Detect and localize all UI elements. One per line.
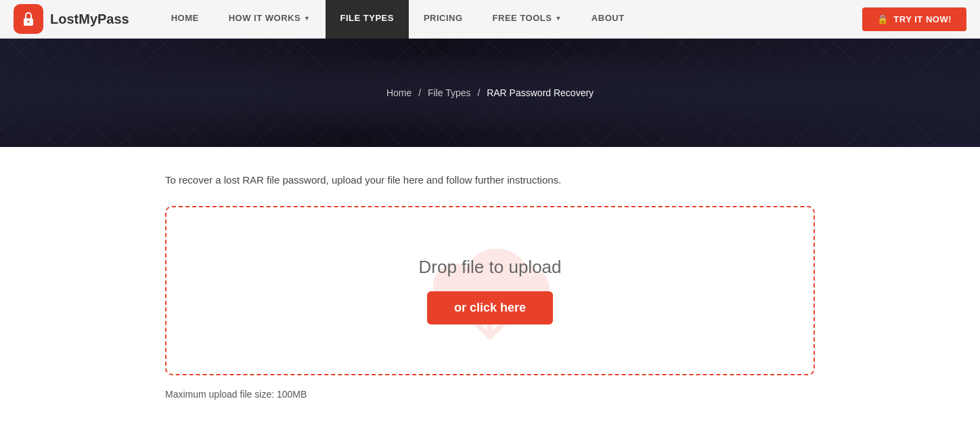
hero-banner: Home / File Types / RAR Password Recover…: [0, 39, 980, 147]
breadcrumb-sep-1: /: [418, 87, 421, 98]
nav-item-file-types[interactable]: FILE TYPES: [326, 0, 409, 39]
navbar: LostMyPass HOME HOW IT WORKS ▼ FILE TYPE…: [0, 0, 980, 39]
how-it-works-dropdown-icon: ▼: [304, 15, 310, 22]
brand-name: LostMyPass: [50, 12, 129, 27]
logo-icon: [14, 4, 43, 34]
breadcrumb-current: RAR Password Recovery: [487, 87, 594, 98]
upload-zone[interactable]: Drop file to upload or click here: [165, 206, 815, 375]
breadcrumb: Home / File Types / RAR Password Recover…: [386, 87, 594, 98]
breadcrumb-sep-2: /: [477, 87, 480, 98]
breadcrumb-file-types-link[interactable]: File Types: [428, 87, 471, 98]
page-description: To recover a lost RAR file password, upl…: [165, 174, 815, 186]
click-here-button[interactable]: or click here: [427, 291, 553, 324]
brand-logo[interactable]: LostMyPass: [14, 4, 129, 34]
nav-item-home[interactable]: HOME: [156, 0, 214, 39]
drop-text: Drop file to upload: [418, 257, 561, 278]
try-it-now-button[interactable]: 🔒 TRY IT NOW!: [862, 7, 966, 31]
nav-links: HOME HOW IT WORKS ▼ FILE TYPES PRICING F…: [156, 0, 862, 38]
nav-item-pricing[interactable]: PRICING: [409, 0, 478, 39]
svg-point-1: [28, 21, 30, 23]
breadcrumb-home-link[interactable]: Home: [386, 87, 411, 98]
cloud-bg-icon: [422, 222, 558, 360]
nav-item-free-tools[interactable]: FREE TOOLS ▼: [478, 0, 577, 39]
lock-icon: 🔒: [877, 14, 889, 24]
free-tools-dropdown-icon: ▼: [555, 15, 561, 22]
main-content: To recover a lost RAR file password, upl…: [152, 147, 828, 413]
nav-item-about[interactable]: ABOUT: [577, 0, 640, 39]
nav-item-how-it-works[interactable]: HOW IT WORKS ▼: [214, 0, 326, 39]
file-size-note: Maximum upload file size: 100MB: [165, 389, 815, 400]
